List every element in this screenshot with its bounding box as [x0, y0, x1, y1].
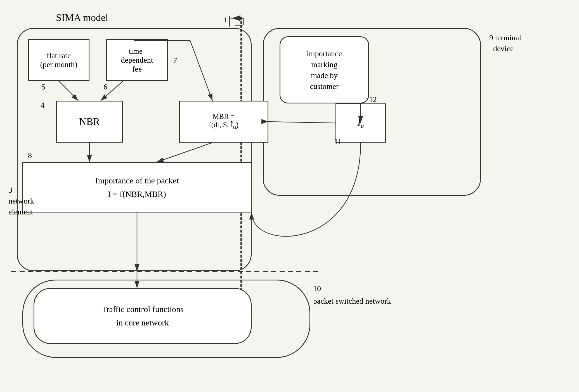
- nbr-label: NBR: [79, 116, 100, 127]
- nbr-box: NBR: [56, 101, 123, 143]
- packet-switched-text: packet switched network: [313, 297, 391, 305]
- flat-rate-box: flat rate (per month): [28, 39, 89, 81]
- terminal-device-text: terminal device: [489, 33, 521, 53]
- ref-6: 6: [103, 82, 107, 91]
- ref-1: 1: [224, 15, 228, 24]
- title: SIMA model: [56, 12, 108, 23]
- flat-rate-label: flat rate (per month): [40, 51, 77, 69]
- ref-5: 5: [41, 82, 45, 91]
- traffic-control-label: Traffic control functions in core networ…: [101, 303, 183, 329]
- ref-9-label: 9 terminal device: [489, 32, 521, 54]
- ref-3-label: 3 networkelement: [8, 185, 34, 218]
- time-dependent-label: time- dependent fee: [121, 47, 153, 74]
- ref-8: 8: [28, 151, 32, 160]
- ref-10-number: 10: [313, 284, 321, 293]
- importance-packet-label: Importance of the packet I = f(NBR,MBR): [95, 174, 179, 201]
- ref-11: 11: [334, 137, 342, 146]
- network-element-label: networkelement: [8, 197, 34, 216]
- ref-3-number: 3: [8, 186, 12, 194]
- ref-10-label: 10 packet switched network: [313, 282, 391, 308]
- ref-12: 12: [369, 95, 377, 104]
- mbr-box: MBR =f(dt, S, Ĩu): [179, 101, 268, 143]
- importance-marking-box: importance marking made by customer: [280, 36, 369, 103]
- mbr-label: MBR =f(dt, S, Ĩu): [209, 112, 238, 131]
- ref-4: 4: [41, 101, 44, 110]
- diagram-container: SIMA model 1 flat rate (per month) time-…: [0, 0, 579, 392]
- iu-box: Ĩu: [335, 103, 386, 143]
- traffic-control-box: Traffic control functions in core networ…: [34, 288, 252, 344]
- importance-marking-label: importance marking made by customer: [307, 48, 342, 92]
- importance-packet-box: Importance of the packet I = f(NBR,MBR): [22, 162, 252, 212]
- ref-7: 7: [173, 56, 177, 65]
- ref-9-number: 9: [489, 33, 493, 42]
- iu-label: Ĩu: [358, 116, 364, 129]
- time-dependent-box: time- dependent fee: [106, 39, 168, 81]
